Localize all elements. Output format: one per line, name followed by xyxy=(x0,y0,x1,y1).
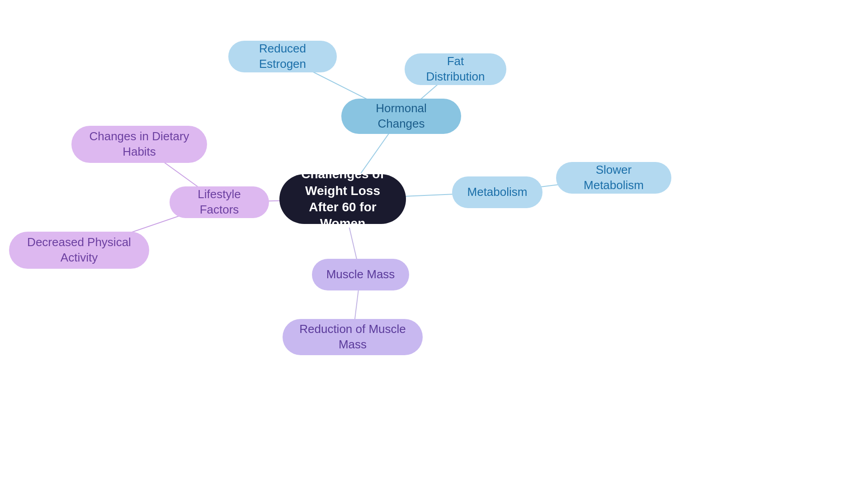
reduced-estrogen-label: Reduced Estrogen xyxy=(241,41,324,72)
fat-distribution-label: Fat Distribution xyxy=(417,54,494,85)
center-label: Challenges of Weight Loss After 60 for W… xyxy=(292,166,393,232)
center-node: Challenges of Weight Loss After 60 for W… xyxy=(279,174,406,224)
hormonal-changes-node: Hormonal Changes xyxy=(341,99,461,134)
decreased-activity-node: Decreased Physical Activity xyxy=(9,232,149,269)
muscle-mass-label: Muscle Mass xyxy=(326,267,395,282)
metabolism-label: Metabolism xyxy=(467,185,528,200)
lifestyle-factors-node: Lifestyle Factors xyxy=(170,186,269,218)
slower-metabolism-node: Slower Metabolism xyxy=(556,162,671,194)
reduced-estrogen-node: Reduced Estrogen xyxy=(228,41,337,72)
metabolism-node: Metabolism xyxy=(452,176,542,208)
fat-distribution-node: Fat Distribution xyxy=(405,53,506,85)
changes-dietary-label: Changes in Dietary Habits xyxy=(84,129,194,160)
slower-metabolism-label: Slower Metabolism xyxy=(569,162,659,193)
reduction-muscle-label: Reduction of Muscle Mass xyxy=(295,322,410,352)
lifestyle-factors-label: Lifestyle Factors xyxy=(182,187,256,218)
reduction-muscle-node: Reduction of Muscle Mass xyxy=(283,319,423,355)
changes-dietary-node: Changes in Dietary Habits xyxy=(71,126,207,163)
muscle-mass-node: Muscle Mass xyxy=(312,259,409,290)
decreased-activity-label: Decreased Physical Activity xyxy=(22,235,137,266)
hormonal-changes-label: Hormonal Changes xyxy=(354,101,448,132)
